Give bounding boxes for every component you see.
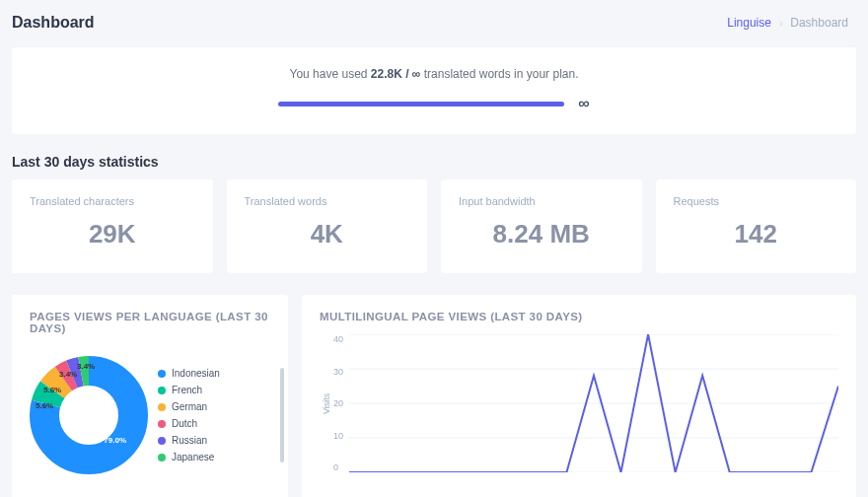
- breadcrumb-link-linguise[interactable]: Linguise: [727, 16, 771, 30]
- stat-card: Translated characters 29K: [12, 179, 213, 273]
- legend-color-dot: [158, 454, 166, 462]
- breadcrumb-current: Dashboard: [790, 16, 848, 30]
- donut-slice-label: 5.6%: [43, 386, 61, 394]
- line-chart-card: MULTILINGUAL PAGE VIEWS (LAST 30 DAYS) V…: [302, 295, 856, 497]
- usage-card: You have used 22.8K / ∞ translated words…: [12, 47, 856, 134]
- donut-chart-card: PAGES VIEWS PER LANGUAGE (LAST 30 DAYS) …: [12, 295, 288, 497]
- breadcrumb: Linguise › Dashboard: [727, 16, 848, 30]
- legend-color-dot: [158, 403, 166, 411]
- section-title: Last 30 days statistics: [12, 154, 856, 170]
- legend-label: Indonesian: [172, 368, 220, 379]
- stat-card: Input bandwidth 8.24 MB: [441, 179, 642, 273]
- legend-item[interactable]: Dutch: [158, 418, 270, 429]
- legend-color-dot: [158, 387, 166, 394]
- stat-card: Translated words 4K: [227, 179, 428, 273]
- donut-center: [61, 388, 116, 443]
- legend-label: Russian: [172, 435, 207, 446]
- legend-item[interactable]: French: [158, 385, 270, 395]
- legend-label: German: [172, 401, 207, 412]
- legend-color-dot: [158, 437, 166, 445]
- usage-prefix: You have used: [290, 67, 371, 81]
- page-title: Dashboard: [12, 14, 95, 32]
- stat-value: 142: [674, 219, 839, 249]
- legend-item[interactable]: Russian: [158, 435, 270, 446]
- donut-legend[interactable]: IndonesianFrenchGermanDutchRussianJapane…: [158, 368, 270, 462]
- page-header: Dashboard Linguise › Dashboard: [0, 0, 868, 41]
- stat-card: Requests 142: [656, 179, 857, 273]
- chevron-right-icon: ›: [779, 18, 782, 29]
- infinity-icon: ∞: [578, 95, 589, 112]
- donut-slice-label: 5.6%: [36, 401, 53, 410]
- stat-label: Input bandwidth: [459, 195, 624, 207]
- y-axis-label: Visits: [320, 334, 333, 472]
- stats-row: Translated characters 29K Translated wor…: [12, 179, 856, 273]
- stat-label: Translated characters: [30, 195, 195, 207]
- legend-item[interactable]: Indonesian: [158, 368, 270, 379]
- stat-value: 4K: [245, 219, 410, 249]
- donut-slice-label: 79.0%: [104, 436, 126, 445]
- donut-wrap: 79.0% 5.6% 5.6% 3.4% 3.4% IndonesianFren…: [30, 346, 270, 484]
- legend-color-dot: [158, 370, 166, 378]
- usage-bar-wrap: ∞: [32, 95, 836, 112]
- legend-item[interactable]: Japanese: [158, 452, 270, 462]
- usage-text: You have used 22.8K / ∞ translated words…: [32, 67, 836, 81]
- donut-slice-label: 3.4%: [77, 362, 95, 371]
- stat-label: Requests: [674, 195, 839, 207]
- usage-bold: 22.8K / ∞: [371, 67, 421, 81]
- legend-label: Japanese: [172, 452, 214, 462]
- legend-color-dot: [158, 420, 166, 428]
- donut-chart-title: PAGES VIEWS PER LANGUAGE (LAST 30 DAYS): [30, 311, 270, 334]
- donut-slice-label: 3.4%: [59, 370, 77, 379]
- line-chart: [349, 334, 838, 472]
- donut-chart: 79.0% 5.6% 5.6% 3.4% 3.4%: [30, 356, 148, 474]
- y-ticks: 403020100: [333, 334, 349, 472]
- stat-value: 29K: [30, 219, 195, 249]
- usage-suffix: translated words in your plan.: [420, 67, 578, 81]
- legend-item[interactable]: German: [158, 401, 270, 412]
- stat-label: Translated words: [245, 195, 410, 207]
- charts-row: PAGES VIEWS PER LANGUAGE (LAST 30 DAYS) …: [12, 295, 856, 497]
- usage-progress-bar: [278, 102, 564, 106]
- line-chart-title: MULTILINGUAL PAGE VIEWS (LAST 30 DAYS): [320, 311, 838, 322]
- stat-value: 8.24 MB: [459, 219, 624, 249]
- legend-label: Dutch: [172, 418, 197, 429]
- legend-label: French: [172, 385, 202, 395]
- line-chart-wrap: Visits 403020100: [320, 334, 838, 472]
